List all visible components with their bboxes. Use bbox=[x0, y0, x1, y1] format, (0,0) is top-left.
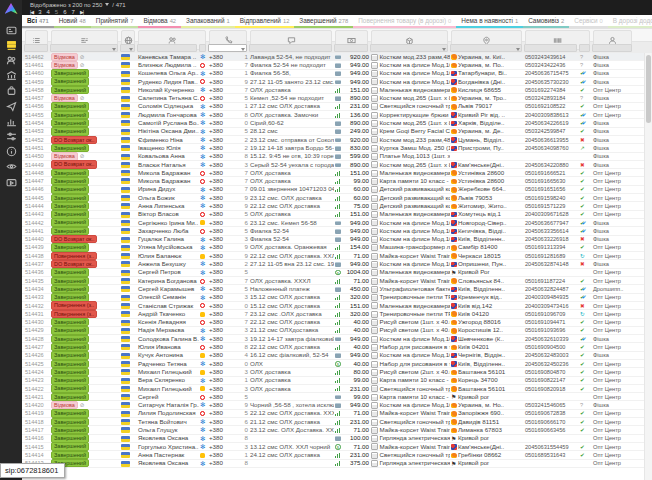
tracking-number[interactable]: 20450636613955 bbox=[524, 136, 579, 144]
app-logo-icon[interactable] bbox=[5, 3, 18, 14]
phone-number[interactable]: +380 bbox=[208, 227, 230, 235]
sidebar-item-company[interactable] bbox=[2, 70, 20, 82]
tracking-number[interactable]: 0501691651656 bbox=[524, 185, 579, 193]
phone-number[interactable]: +380 bbox=[208, 434, 230, 442]
tracking-number[interactable]: 0501691571229 bbox=[524, 202, 579, 210]
phone-number[interactable]: +380 bbox=[208, 61, 230, 69]
phone-number[interactable]: +380 bbox=[208, 94, 230, 102]
column-filter-8[interactable] bbox=[370, 44, 448, 52]
tracking-number[interactable]: 0501690804870 bbox=[524, 368, 579, 376]
tracking-number[interactable]: 20450633356614 bbox=[524, 227, 579, 235]
column-filter-9[interactable] bbox=[450, 44, 522, 52]
phone-number[interactable]: +380 bbox=[208, 194, 230, 202]
tab-запакований[interactable]: Запакований1 bbox=[181, 15, 235, 28]
phone-number[interactable]: +380 bbox=[208, 401, 230, 409]
phone-number[interactable]: +380 bbox=[208, 185, 230, 193]
sidebar-item-video[interactable] bbox=[2, 176, 20, 188]
column-filter-4[interactable] bbox=[199, 44, 206, 52]
phone-number[interactable]: +380 bbox=[208, 302, 230, 310]
phone-number[interactable]: +380 bbox=[208, 326, 230, 334]
tab-сервіси[interactable]: Сервіси0 bbox=[569, 15, 608, 28]
tracking-number[interactable]: 0501692108522 bbox=[524, 102, 579, 110]
phone-number[interactable]: +380 bbox=[208, 86, 230, 94]
tab-відмова[interactable]: Відмова42 bbox=[138, 15, 181, 28]
tracking-number[interactable]: 20450634098760 bbox=[524, 144, 579, 152]
phone-number[interactable]: +380 bbox=[208, 169, 230, 177]
column-filter-11[interactable] bbox=[579, 44, 590, 52]
scrollbar-thumb[interactable] bbox=[646, 55, 651, 123]
phone-number[interactable]: +380 bbox=[208, 376, 230, 384]
phone-number[interactable]: +380 bbox=[208, 69, 230, 77]
tracking-number[interactable]: 0501690904500 bbox=[524, 343, 579, 351]
sidebar-item-info[interactable] bbox=[2, 146, 20, 158]
tracking-number[interactable]: 0501691187224 bbox=[524, 277, 579, 285]
phone-number[interactable]: +380 bbox=[208, 277, 230, 285]
phone-number[interactable]: +380 bbox=[208, 53, 230, 61]
tracking-number[interactable]: 20450631554459 bbox=[524, 443, 579, 451]
column-filter-1[interactable] bbox=[50, 44, 118, 52]
tab-відправлений[interactable]: Відправлений12 bbox=[235, 15, 295, 28]
column-filter-0[interactable] bbox=[24, 44, 48, 52]
phone-number[interactable]: +380 bbox=[208, 219, 230, 227]
tab-нема-в-наявності[interactable]: Нема в наявності1 bbox=[456, 15, 523, 28]
tracking-number[interactable]: 20450635730230 bbox=[524, 78, 579, 86]
tab-all[interactable]: Всі471 bbox=[22, 15, 54, 28]
filter-dropdown-icon[interactable] bbox=[516, 48, 520, 51]
sidebar-item-orders[interactable] bbox=[2, 39, 20, 51]
phone-number[interactable]: +380 bbox=[208, 102, 230, 110]
phone-number[interactable]: +380 bbox=[208, 161, 230, 169]
phone-number[interactable]: +380 bbox=[208, 144, 230, 152]
column-filter-10[interactable] bbox=[524, 44, 577, 52]
tracking-number[interactable]: 20450634220880 bbox=[524, 161, 579, 169]
phone-number[interactable]: +380 bbox=[208, 235, 230, 243]
tracking-number[interactable]: 0501691598240 bbox=[524, 194, 579, 202]
refuse-info-icon[interactable]: ⊘ bbox=[80, 153, 85, 159]
sidebar-item-cards[interactable] bbox=[2, 24, 20, 36]
column-filter-6[interactable] bbox=[249, 44, 332, 52]
column-filter-2[interactable] bbox=[120, 44, 135, 52]
tracking-number[interactable]: 0501690663456 bbox=[524, 426, 579, 434]
tracking-number[interactable]: 0501690822147 bbox=[524, 376, 579, 384]
sidebar-item-settings[interactable] bbox=[2, 131, 20, 143]
tab-прийнятий[interactable]: Прийнятий7 bbox=[91, 15, 139, 28]
refuse-info-icon[interactable]: ⊘ bbox=[80, 95, 85, 101]
tracking-number[interactable]: 20400309484935 bbox=[524, 293, 579, 301]
phone-number[interactable]: +380 bbox=[208, 285, 230, 293]
tracking-number[interactable]: 0501690666170 bbox=[524, 418, 579, 426]
phone-number[interactable]: +380 bbox=[208, 418, 230, 426]
range-dropdown-icon[interactable] bbox=[105, 3, 109, 6]
phone-number[interactable]: +380 bbox=[208, 152, 230, 160]
tracking-number[interactable]: 20450632450236 bbox=[524, 360, 579, 368]
phone-number[interactable]: +380 bbox=[208, 385, 230, 393]
tab-новий[interactable]: Новий48 bbox=[54, 15, 91, 28]
phone-number[interactable]: +380 bbox=[208, 409, 230, 417]
phone-number[interactable]: +380 bbox=[208, 360, 230, 368]
tab-повернення-товару-в-дорозі-[interactable]: Повернення товару (в дорозі)0 bbox=[353, 15, 456, 28]
phone-number[interactable]: +380 bbox=[208, 368, 230, 376]
tracking-number[interactable]: 0503243422436 bbox=[524, 61, 579, 69]
phone-number[interactable]: +380 bbox=[208, 252, 230, 260]
tracking-number[interactable]: 20450634226619 bbox=[524, 119, 579, 127]
tracking-number[interactable]: 0501691665630 bbox=[524, 177, 579, 185]
phone-number[interactable]: +380 bbox=[208, 127, 230, 135]
sidebar-item-monitor[interactable] bbox=[2, 161, 20, 173]
tracking-number[interactable]: 20450632874148 bbox=[524, 260, 579, 268]
phone-number[interactable]: +380 bbox=[208, 451, 230, 459]
phone-number[interactable]: +380 bbox=[208, 293, 230, 301]
refuse-info-icon[interactable]: ⊘ bbox=[80, 54, 85, 60]
tracking-number[interactable]: 20450636715475 bbox=[524, 69, 579, 77]
tab-самовивіз[interactable]: Самовивіз2 bbox=[523, 15, 569, 28]
phone-number[interactable]: +380 bbox=[208, 111, 230, 119]
phone-number[interactable]: +380 bbox=[208, 426, 230, 434]
filter-dropdown-icon[interactable] bbox=[442, 48, 446, 51]
phone-number[interactable]: +380 bbox=[208, 136, 230, 144]
vertical-scrollbar[interactable] bbox=[644, 53, 652, 480]
tab-в-дорозі-додому[interactable]: В дорозі додому0 bbox=[608, 15, 652, 28]
filter-dropdown-icon[interactable] bbox=[112, 48, 116, 51]
tracking-number[interactable]: 0503243439614 bbox=[524, 53, 579, 61]
refuse-info-icon[interactable]: ⊘ bbox=[80, 402, 85, 408]
phone-number[interactable]: +380 bbox=[208, 210, 230, 218]
tracking-number[interactable]: 0501689531643 bbox=[524, 451, 579, 459]
phone-number[interactable]: +380 bbox=[208, 119, 230, 127]
tracking-number[interactable]: 0501691281689 bbox=[524, 252, 579, 260]
